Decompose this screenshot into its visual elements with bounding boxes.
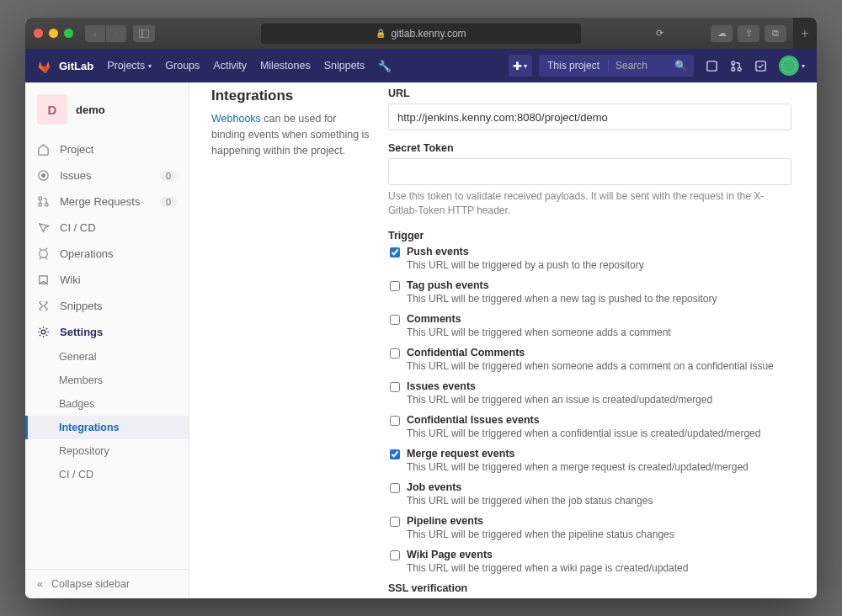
collapse-sidebar-button[interactable]: « Collapse sidebar <box>25 569 189 598</box>
sidebar-icon <box>37 247 50 260</box>
trigger-checkbox[interactable] <box>390 382 400 392</box>
nav-activity[interactable]: Activity <box>213 60 247 72</box>
sidebar-toggle-button[interactable] <box>133 25 155 42</box>
trigger-desc: This URL will be triggered when the job … <box>407 495 653 507</box>
sidebar-item-issues[interactable]: Issues0 <box>25 162 189 189</box>
svg-point-13 <box>45 203 48 206</box>
nav-projects[interactable]: Projects▾ <box>107 60 152 72</box>
trigger-tag-push-events[interactable]: Tag push eventsThis URL will be triggere… <box>388 279 791 305</box>
trigger-comments[interactable]: CommentsThis URL will be triggered when … <box>388 313 791 338</box>
trigger-checkbox[interactable] <box>390 517 400 527</box>
secret-token-label: Secret Token <box>388 142 791 154</box>
nav-snippets[interactable]: Snippets <box>324 60 365 72</box>
sidebar-item-label: Merge Requests <box>60 195 140 208</box>
sidebar-sub-repository[interactable]: Repository <box>59 439 189 463</box>
svg-rect-2 <box>707 61 717 70</box>
new-tab-button[interactable]: + <box>793 18 817 49</box>
sidebar-item-wiki[interactable]: Wiki <box>25 267 189 293</box>
trigger-checkbox[interactable] <box>390 247 400 258</box>
url-input[interactable] <box>388 104 791 130</box>
trigger-title: Merge request events <box>407 448 749 459</box>
issues-icon[interactable] <box>706 60 718 72</box>
page-description-column: Integrations Webhooks can be used for bi… <box>211 88 388 581</box>
trigger-pipeline-events[interactable]: Pipeline eventsThis URL will be triggere… <box>388 515 791 540</box>
svg-rect-0 <box>139 29 149 38</box>
trigger-checkbox[interactable] <box>390 550 400 560</box>
gitlab-logo[interactable]: GitLab <box>37 57 93 74</box>
user-avatar[interactable] <box>779 56 799 76</box>
trigger-title: Pipeline events <box>407 515 674 527</box>
trigger-confidential-issues-events[interactable]: Confidential Issues eventsThis URL will … <box>388 414 791 439</box>
nav-groups[interactable]: Groups <box>165 60 200 72</box>
minimize-window-button[interactable] <box>49 29 58 38</box>
sidebar-item-merge-requests[interactable]: Merge Requests0 <box>25 189 189 215</box>
gitlab-logo-icon <box>37 57 54 74</box>
collapse-icon: « <box>37 578 43 590</box>
sidebar-sub-members[interactable]: Members <box>59 369 189 392</box>
forward-button[interactable]: › <box>106 25 126 42</box>
close-window-button[interactable] <box>34 29 43 38</box>
project-name: demo <box>76 104 105 116</box>
sidebar-item-snippets[interactable]: Snippets <box>25 293 189 319</box>
search-scope[interactable]: This project <box>539 60 609 72</box>
tabs-icon[interactable]: ⧉ <box>765 25 786 42</box>
cloud-icon[interactable]: ☁ <box>711 25 733 42</box>
trigger-issues-events[interactable]: Issues eventsThis URL will be triggered … <box>388 380 791 406</box>
webhooks-link[interactable]: Webhooks <box>211 113 261 125</box>
nav-buttons: ‹ › <box>85 25 126 42</box>
trigger-desc: This URL will be triggered when an issue… <box>407 394 712 406</box>
user-dropdown-caret[interactable]: ▾ <box>802 62 805 70</box>
share-icon[interactable]: ⇪ <box>738 25 759 42</box>
trigger-checkbox[interactable] <box>390 315 400 325</box>
trigger-wiki-page-events[interactable]: Wiki Page eventsThis URL will be trigger… <box>388 549 791 574</box>
address-bar[interactable]: 🔒 gitlab.kenny.com <box>261 24 581 44</box>
new-dropdown-button[interactable]: ✚ ▾ <box>509 55 532 77</box>
nav-wrench-icon[interactable]: 🔧 <box>378 60 392 72</box>
trigger-checkbox[interactable] <box>390 449 400 459</box>
project-header[interactable]: D demo <box>25 82 189 136</box>
svg-point-11 <box>39 197 42 200</box>
trigger-merge-request-events[interactable]: Merge request eventsThis URL will be tri… <box>388 448 791 473</box>
sidebar-item-label: Wiki <box>60 273 81 286</box>
trigger-push-events[interactable]: Push eventsThis URL will be triggered by… <box>388 246 791 271</box>
search-bar: This project 🔍 <box>539 55 694 77</box>
sidebar-item-label: Snippets <box>60 300 103 312</box>
sidebar-icon <box>37 273 50 286</box>
sidebar-sub-ci-cd[interactable]: CI / CD <box>59 463 189 486</box>
search-icon[interactable]: 🔍 <box>668 60 694 72</box>
sidebar-icon <box>37 195 50 208</box>
trigger-desc: This URL will be triggered when someone … <box>407 360 774 372</box>
main-content: Integrations Webhooks can be used for bi… <box>189 82 817 598</box>
maximize-window-button[interactable] <box>64 29 73 38</box>
trigger-desc: This URL will be triggered by a push to … <box>407 259 644 271</box>
sidebar-sub-general[interactable]: General <box>59 345 189 369</box>
sidebar-item-operations[interactable]: Operations <box>25 241 189 267</box>
secret-token-input[interactable] <box>388 158 791 185</box>
trigger-confidential-comments[interactable]: Confidential CommentsThis URL will be tr… <box>388 347 791 372</box>
sidebar-sub-badges[interactable]: Badges <box>59 392 189 416</box>
search-input[interactable] <box>609 60 668 72</box>
trigger-title: Confidential Issues events <box>407 414 760 426</box>
trigger-checkbox[interactable] <box>390 348 400 358</box>
reload-button[interactable]: ⟳ <box>656 28 663 39</box>
sidebar-item-settings[interactable]: Settings <box>25 319 189 345</box>
sidebar-icon <box>37 300 50 312</box>
nav-milestones[interactable]: Milestones <box>260 60 311 72</box>
svg-point-7 <box>781 57 797 74</box>
toolbar-right: ☁ ⇪ ⧉ <box>711 25 786 42</box>
sidebar-sub-integrations[interactable]: Integrations <box>25 416 189 439</box>
trigger-desc: This URL will be triggered when someone … <box>407 327 671 338</box>
todos-icon[interactable] <box>754 60 767 72</box>
sidebar-item-project[interactable]: Project <box>25 136 189 162</box>
svg-point-3 <box>732 61 735 64</box>
back-button[interactable]: ‹ <box>85 25 105 42</box>
svg-point-15 <box>41 330 45 334</box>
trigger-checkbox[interactable] <box>390 483 400 493</box>
gitlab-topnav: GitLab Projects▾ Groups Activity Milesto… <box>25 49 817 82</box>
trigger-job-events[interactable]: Job eventsThis URL will be triggered whe… <box>388 481 791 507</box>
sidebar-item-ci-cd[interactable]: CI / CD <box>25 215 189 241</box>
trigger-desc: This URL will be triggered when the pipe… <box>407 528 674 540</box>
trigger-checkbox[interactable] <box>390 281 400 291</box>
trigger-checkbox[interactable] <box>390 416 400 426</box>
merge-requests-icon[interactable] <box>730 60 743 72</box>
